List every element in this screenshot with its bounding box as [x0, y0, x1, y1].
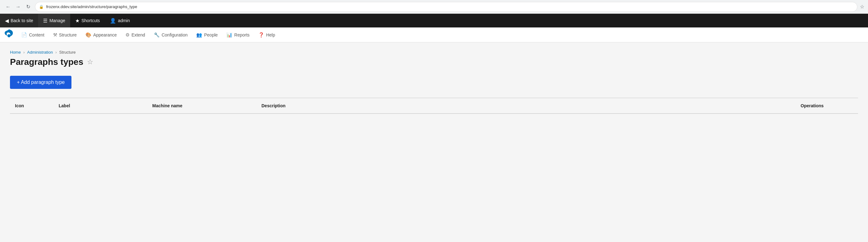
back-arrow-icon: ◀: [5, 18, 9, 24]
address-bar[interactable]: 🔒 frozenx.ddev.site/admin/structure/para…: [35, 2, 858, 12]
back-to-site-button[interactable]: ◀ Back to site: [0, 14, 38, 28]
nav-help-label: Help: [266, 32, 275, 37]
add-paragraph-type-button[interactable]: + Add paragraph type: [10, 76, 71, 89]
page-title: Paragraphs types: [10, 57, 83, 67]
nav-item-reports[interactable]: 📊 Reports: [222, 28, 254, 42]
drupal-logo-svg: [3, 29, 15, 40]
nav-people-label: People: [204, 32, 218, 37]
column-header-description: Description: [256, 102, 796, 109]
shortcuts-label: Shortcuts: [82, 18, 100, 23]
configuration-icon: 🔧: [154, 32, 160, 38]
nav-appearance-label: Appearance: [93, 32, 117, 37]
nav-extend-label: Extend: [131, 32, 145, 37]
nav-item-people[interactable]: 👥 People: [192, 28, 222, 42]
nav-item-help[interactable]: ❓ Help: [254, 28, 280, 42]
table-divider: [10, 113, 858, 114]
shortcuts-button[interactable]: ★ Shortcuts: [70, 14, 105, 28]
back-to-site-label: Back to site: [10, 18, 33, 23]
security-icon: 🔒: [39, 5, 44, 9]
forward-button[interactable]: →: [14, 2, 23, 11]
content-icon: 📄: [21, 32, 27, 38]
breadcrumb-administration[interactable]: Administration: [27, 50, 53, 55]
breadcrumb: Home › Administration › Structure: [10, 50, 858, 55]
breadcrumb-sep-1: ›: [23, 50, 25, 55]
breadcrumb-structure: Structure: [59, 50, 76, 55]
browser-nav-buttons: ← → ↻: [4, 2, 32, 11]
nav-structure-label: Structure: [59, 32, 77, 37]
breadcrumb-sep-2: ›: [55, 50, 57, 55]
admin-toolbar: ◀ Back to site ☰ Manage ★ Shortcuts 👤 ad…: [0, 14, 868, 28]
extend-icon: ⚙: [125, 32, 129, 38]
column-header-icon: Icon: [10, 102, 54, 109]
drupal-logo[interactable]: [2, 28, 16, 41]
admin-label: admin: [118, 18, 130, 23]
hamburger-icon: ☰: [43, 18, 48, 24]
table-header: Icon Label Machine name Description Oper…: [10, 98, 858, 113]
reports-icon: 📊: [226, 32, 232, 38]
nav-configuration-label: Configuration: [162, 32, 187, 37]
appearance-icon: 🎨: [86, 32, 91, 38]
user-icon: 👤: [110, 18, 116, 24]
admin-user-button[interactable]: 👤 admin: [105, 14, 135, 28]
nav-item-content[interactable]: 📄 Content: [17, 28, 49, 42]
column-header-machine-name: Machine name: [147, 102, 256, 109]
nav-item-configuration[interactable]: 🔧 Configuration: [150, 28, 192, 42]
bookmark-page-button[interactable]: ☆: [87, 58, 93, 66]
url-text: frozenx.ddev.site/admin/structure/paragr…: [46, 4, 137, 9]
breadcrumb-home[interactable]: Home: [10, 50, 21, 55]
people-icon: 👥: [196, 32, 202, 38]
manage-label: Manage: [49, 18, 65, 23]
back-button[interactable]: ←: [4, 2, 12, 11]
star-icon: ★: [75, 18, 80, 24]
structure-icon: ⚒: [53, 32, 57, 38]
column-header-label: Label: [54, 102, 147, 109]
nav-item-extend[interactable]: ⚙ Extend: [121, 28, 150, 42]
manage-button[interactable]: ☰ Manage: [38, 14, 70, 28]
nav-reports-label: Reports: [234, 32, 250, 37]
main-content: Home › Administration › Structure Paragr…: [0, 42, 868, 242]
reload-button[interactable]: ↻: [24, 2, 32, 11]
page-title-row: Paragraphs types ☆: [10, 57, 858, 67]
browser-chrome: ← → ↻ 🔒 frozenx.ddev.site/admin/structur…: [0, 0, 868, 14]
help-icon: ❓: [258, 32, 264, 38]
drupal-nav: 📄 Content ⚒ Structure 🎨 Appearance ⚙ Ext…: [0, 28, 868, 42]
nav-item-appearance[interactable]: 🎨 Appearance: [81, 28, 121, 42]
column-header-operations: Operations: [796, 102, 858, 109]
nav-content-label: Content: [29, 32, 44, 37]
nav-item-structure[interactable]: ⚒ Structure: [49, 28, 81, 42]
bookmark-icon[interactable]: ☆: [860, 4, 864, 10]
